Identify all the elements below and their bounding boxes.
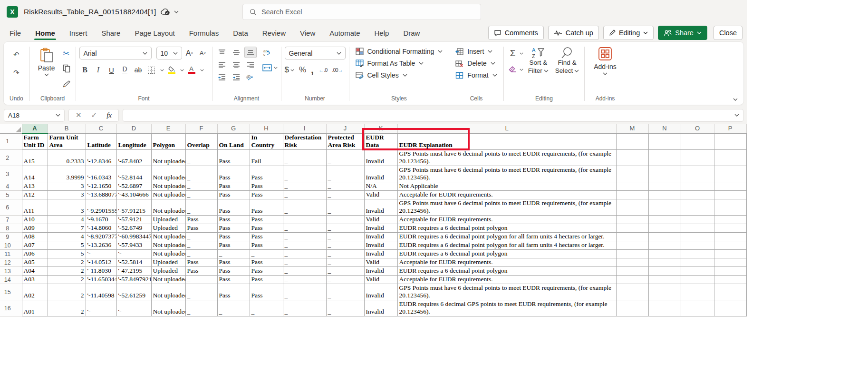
- cell-G2[interactable]: Pass: [217, 150, 250, 166]
- italic-button[interactable]: I: [93, 64, 104, 76]
- cell-J2[interactable]: _: [326, 150, 364, 166]
- cell-B7[interactable]: 4: [48, 216, 86, 224]
- tab-help[interactable]: Help: [375, 26, 389, 40]
- cut-button[interactable]: ✂: [61, 48, 72, 59]
- cell-E13[interactable]: Uploaded: [151, 267, 185, 276]
- cell-H10[interactable]: Pass: [250, 241, 283, 250]
- cell-N1[interactable]: [648, 133, 681, 150]
- cell-B6[interactable]: 3: [48, 199, 86, 216]
- cell-N10[interactable]: [648, 241, 681, 250]
- cell-M3[interactable]: [616, 166, 648, 182]
- cell-F7[interactable]: Pass: [185, 216, 217, 224]
- cell-C6[interactable]: '-9.29015555: [86, 199, 116, 216]
- tab-share[interactable]: Share: [101, 26, 120, 40]
- cell-N9[interactable]: [648, 233, 681, 241]
- formula-input[interactable]: [123, 109, 743, 122]
- align-center-button[interactable]: [230, 59, 242, 70]
- cell-I7[interactable]: _: [283, 216, 326, 224]
- cell-P15[interactable]: [714, 284, 746, 300]
- cell-P16[interactable]: [714, 300, 746, 316]
- cell-K12[interactable]: Valid: [364, 258, 397, 267]
- cell-H9[interactable]: Pass: [250, 233, 283, 241]
- cell-N3[interactable]: [648, 166, 681, 182]
- row-header-2[interactable]: 2: [0, 150, 22, 166]
- cell-B12[interactable]: 2: [48, 258, 86, 267]
- format-cells-button[interactable]: Format: [453, 70, 500, 80]
- cell-G14[interactable]: Pass: [217, 276, 250, 284]
- cell-I3[interactable]: _: [283, 166, 326, 182]
- cell-C16[interactable]: '-: [86, 300, 116, 316]
- cell-G9[interactable]: Pass: [217, 233, 250, 241]
- cell-O9[interactable]: [681, 233, 714, 241]
- cell-L6[interactable]: GPS Points must have 6 decimal points to…: [397, 199, 616, 216]
- cell-I2[interactable]: _: [283, 150, 326, 166]
- row-header-13[interactable]: 13: [0, 267, 22, 276]
- row-header-8[interactable]: 8: [0, 224, 22, 233]
- catch-up-button[interactable]: Catch up: [548, 26, 599, 40]
- cell-C15[interactable]: '-11.40598: [86, 284, 116, 300]
- cell-M4[interactable]: [616, 182, 648, 191]
- cell-P14[interactable]: [714, 276, 746, 284]
- cell-P8[interactable]: [714, 224, 746, 233]
- cell-F2[interactable]: _: [185, 150, 217, 166]
- cell-G6[interactable]: Pass: [217, 199, 250, 216]
- cell-E4[interactable]: Not uploaded: [151, 182, 185, 191]
- cell-B5[interactable]: 3: [48, 191, 86, 199]
- cell-P11[interactable]: [714, 250, 746, 258]
- undo-button[interactable]: ↶: [10, 49, 22, 60]
- cell-M10[interactable]: [616, 241, 648, 250]
- cell-L1[interactable]: EUDR Explanation: [397, 133, 616, 150]
- cell-L13[interactable]: EUDR requires a 6 decimal point polygon: [397, 267, 616, 276]
- tab-file[interactable]: File: [10, 26, 21, 40]
- cell-I9[interactable]: _: [283, 233, 326, 241]
- cell-P10[interactable]: [714, 241, 746, 250]
- insert-cells-button[interactable]: Insert: [453, 47, 500, 56]
- cell-P1[interactable]: [714, 133, 746, 150]
- cell-A15[interactable]: A02: [22, 284, 48, 300]
- cell-C12[interactable]: '-14.0512: [86, 258, 116, 267]
- tab-data[interactable]: Data: [233, 26, 248, 40]
- cell-F1[interactable]: Overlap: [185, 133, 217, 150]
- enter-icon[interactable]: ✓: [91, 111, 97, 119]
- cell-M16[interactable]: [616, 300, 648, 316]
- cell-O14[interactable]: [681, 276, 714, 284]
- chevron-down-icon[interactable]: [274, 67, 278, 69]
- cell-K6[interactable]: Invalid: [364, 199, 397, 216]
- cell-B10[interactable]: 5: [48, 241, 86, 250]
- cell-O2[interactable]: [681, 150, 714, 166]
- cell-H6[interactable]: Pass: [250, 199, 283, 216]
- cell-E3[interactable]: Not uploaded: [151, 166, 185, 182]
- document-title[interactable]: RiskResults_Table_RA_00151882404[1]: [24, 8, 156, 16]
- cell-L7[interactable]: Acceptable for EUDR requirements.: [397, 216, 616, 224]
- tab-insert[interactable]: Insert: [69, 26, 87, 40]
- cell-A13[interactable]: A04: [22, 267, 48, 276]
- tab-page-layout[interactable]: Page Layout: [135, 26, 174, 40]
- align-top-button[interactable]: [216, 47, 228, 58]
- cell-O10[interactable]: [681, 241, 714, 250]
- cell-K1[interactable]: EUDR Data: [364, 133, 397, 150]
- cell-C4[interactable]: '-12.1650: [86, 182, 116, 191]
- cell-I5[interactable]: _: [283, 191, 326, 199]
- cell-A7[interactable]: A10: [22, 216, 48, 224]
- cell-L9[interactable]: EUDR requires a 6 decimal point polygon …: [397, 233, 616, 241]
- cell-J7[interactable]: _: [326, 216, 364, 224]
- cell-C5[interactable]: '-13.688077: [86, 191, 116, 199]
- cell-H3[interactable]: Pass: [250, 166, 283, 182]
- cell-D8[interactable]: '-52.6749: [116, 224, 151, 233]
- format-as-table-button[interactable]: Format As Table: [353, 59, 446, 68]
- cell-C14[interactable]: '-11.650344: [86, 276, 116, 284]
- cell-F16[interactable]: _: [185, 300, 217, 316]
- cell-K9[interactable]: Invalid: [364, 233, 397, 241]
- cell-J5[interactable]: _: [326, 191, 364, 199]
- cell-P2[interactable]: [714, 150, 746, 166]
- cell-E1[interactable]: Polygon: [151, 133, 185, 150]
- clear-button[interactable]: [507, 64, 519, 75]
- cell-M8[interactable]: [616, 224, 648, 233]
- grow-font-button[interactable]: A˄: [184, 48, 195, 59]
- cell-B1[interactable]: Farm Unit Area: [48, 133, 86, 150]
- cell-N5[interactable]: [648, 191, 681, 199]
- paste-button[interactable]: Paste: [33, 46, 60, 78]
- column-header-E[interactable]: E: [151, 124, 185, 133]
- cell-D5[interactable]: '-43.104666: [116, 191, 151, 199]
- chevron-down-icon[interactable]: [160, 69, 164, 71]
